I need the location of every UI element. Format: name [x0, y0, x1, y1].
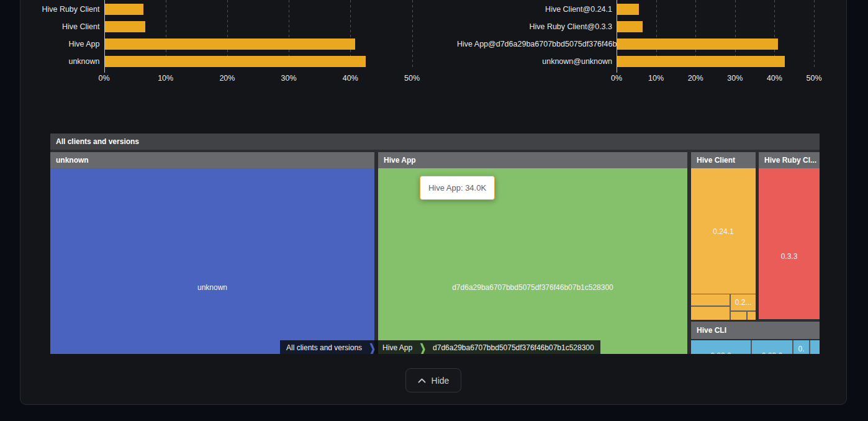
breadcrumb-chevron-icon: ❯	[368, 337, 376, 354]
treemap-tooltip-text: Hive App: 34.0K	[428, 183, 486, 192]
treemap-cell-hive-client-02x[interactable]: 0.2...	[731, 294, 756, 310]
treemap-cell-hive-cli-4[interactable]	[810, 340, 820, 354]
treemap-cell-unknown[interactable]: unknown	[50, 168, 374, 354]
treemap-section-hive-cli[interactable]: Hive CLI 0.23.0 0.23.0 0.	[691, 322, 820, 354]
category-label: unknown@unknown	[457, 56, 612, 68]
dashboard-page: 0%10%20%30%40%50%Hive Ruby ClientHive Cl…	[0, 0, 868, 421]
hide-button-label: Hide	[432, 376, 450, 386]
treemap-section-unknown[interactable]: unknown unknown	[50, 152, 374, 354]
treemap-cell-hive-client-sub2[interactable]	[691, 307, 730, 320]
treemap-tooltip: Hive App: 34.0K	[420, 176, 495, 200]
treemap-section-hive-ruby-header[interactable]: Hive Ruby Cl...	[759, 152, 820, 168]
treemap-cell-hive-client-sub1[interactable]	[691, 294, 730, 306]
grid-line	[814, 0, 815, 68]
treemap-cell-hive-cli-3[interactable]: 0.	[793, 340, 809, 354]
category-label: Hive App	[0, 38, 100, 50]
category-label: Hive Client	[0, 21, 100, 33]
breadcrumb-chevron-icon: ❯	[418, 337, 427, 354]
treemap-cell-hive-app-label: d7d6a29ba6707bbd5075df376f46b07b1c528300	[378, 283, 687, 292]
x-tick-label: 40%	[333, 74, 368, 83]
x-tick-label: 10%	[148, 74, 183, 83]
bar-Hive App[interactable]	[105, 38, 356, 50]
treemap-cell-hive-client-sub4[interactable]	[748, 312, 756, 320]
treemap-section-hive-app-header[interactable]: Hive App	[378, 152, 687, 168]
x-tick-label: 20%	[678, 74, 713, 83]
hide-button[interactable]: Hide	[405, 368, 461, 392]
clients-treemap: All clients and versions unknown unknown…	[50, 134, 820, 354]
bar-Hive Client[interactable]	[105, 21, 145, 33]
breadcrumb-item-version[interactable]: d7d6a29ba6707bbd5075df376f46b07b1c528300	[427, 340, 600, 354]
x-tick-label: 10%	[639, 74, 674, 83]
bar-Hive Ruby Client@0.3.3[interactable]	[617, 21, 643, 33]
chevron-up-icon	[418, 378, 426, 383]
bar-charts-row: 0%10%20%30%40%50%Hive Ruby ClientHive Cl…	[0, 0, 868, 90]
category-label: Hive Ruby Client@0.3.3	[457, 21, 612, 33]
breadcrumb-item-hive-app[interactable]: Hive App	[376, 340, 418, 354]
category-label: Hive App@d7d6a29ba6707bbd5075df376f46b07…	[457, 38, 612, 50]
treemap-breadcrumb: All clients and versions ❯ Hive App ❯ d7…	[280, 340, 600, 354]
treemap-cell-hive-client-02x-label: 0.2...	[731, 298, 756, 307]
treemap-section-hive-cli-header[interactable]: Hive CLI	[691, 322, 820, 339]
treemap-section-hive-ruby[interactable]: Hive Ruby Cl... 0.3.3	[759, 152, 820, 319]
grid-line	[412, 0, 413, 68]
x-tick-label: 20%	[210, 74, 245, 83]
treemap-cell-hive-ruby[interactable]: 0.3.3	[759, 168, 820, 319]
treemap-cell-hive-cli-1[interactable]: 0.23.0	[691, 340, 751, 354]
x-tick-label: 50%	[395, 74, 430, 83]
x-tick-label: 40%	[757, 74, 792, 83]
x-tick-label: 30%	[718, 74, 753, 83]
bar-Hive Client@0.24.1[interactable]	[617, 4, 639, 16]
category-label: Hive Client@0.24.1	[457, 4, 612, 16]
x-tick-label: 0%	[599, 74, 634, 83]
treemap-cell-hive-ruby-label: 0.3.3	[759, 252, 820, 261]
treemap-section-hive-client-header[interactable]: Hive Client	[691, 152, 756, 168]
treemap-cell-hive-cli-2-label: 0.23.0	[752, 351, 792, 354]
treemap-cell-hive-cli-3-label: 0.	[793, 345, 809, 353]
breadcrumb-item-root[interactable]: All clients and versions	[280, 340, 368, 354]
treemap-cell-hive-client-0241-label: 0.24.1	[691, 227, 756, 236]
category-label: Hive Ruby Client	[0, 4, 100, 16]
treemap-section-hive-client[interactable]: Hive Client 0.24.1 0.2...	[691, 152, 756, 320]
bar-unknown[interactable]	[105, 56, 366, 68]
treemap-section-unknown-header[interactable]: unknown	[50, 152, 374, 168]
treemap-cell-hive-cli-2[interactable]: 0.23.0	[752, 340, 792, 354]
treemap-cell-hive-client-0241[interactable]: 0.24.1	[691, 168, 756, 294]
category-label: unknown	[0, 56, 100, 68]
treemap-cell-hive-cli-1-label: 0.23.0	[691, 351, 751, 354]
x-tick-label: 30%	[271, 74, 306, 83]
x-tick-label: 0%	[87, 74, 122, 83]
bar-Hive Ruby Client[interactable]	[105, 4, 143, 16]
bar-unknown@unknown[interactable]	[617, 56, 785, 68]
treemap-hive-client-cells: 0.24.1 0.2...	[691, 168, 756, 320]
treemap-hive-cli-cells: 0.23.0 0.23.0 0.	[691, 340, 820, 354]
treemap-cell-unknown-label: unknown	[50, 283, 374, 292]
treemap-root-header[interactable]: All clients and versions	[50, 134, 820, 150]
x-tick-label: 50%	[797, 74, 831, 83]
bar-Hive App@d7d6a29ba6707bbd5075df376f46b07b[interactable]	[617, 38, 778, 50]
treemap-cell-hive-client-sub3[interactable]	[731, 312, 746, 320]
